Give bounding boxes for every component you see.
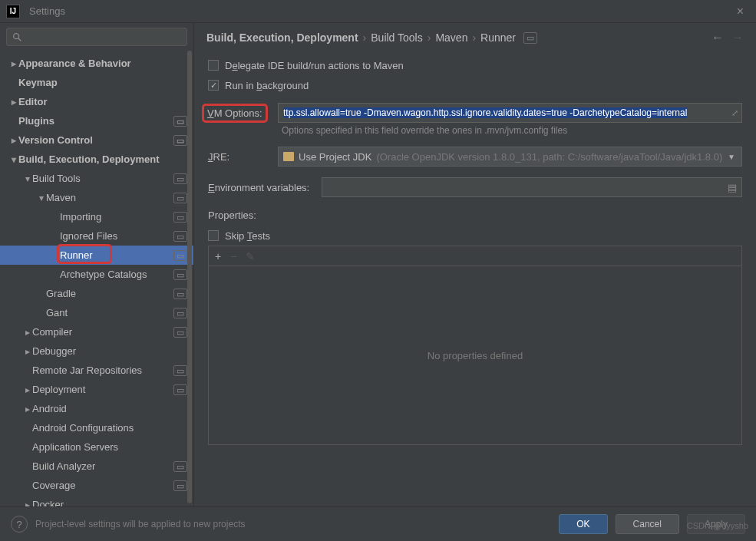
tree-label: Application Servers — [32, 441, 187, 453]
tree-item-importing[interactable]: Importing▭ — [0, 207, 193, 226]
tree-item-appearance-behavior[interactable]: Appearance & Behavior — [0, 54, 193, 73]
tree-item-ignored-files[interactable]: Ignored Files▭ — [0, 226, 193, 246]
crumb[interactable]: Build Tools — [371, 31, 422, 44]
tree-label: Appearance & Behavior — [18, 58, 187, 69]
svg-point-0 — [14, 34, 19, 39]
skip-tests-label: Skip Tests — [225, 230, 270, 242]
tree-item-debugger[interactable]: Debugger — [0, 341, 193, 361]
watermark: CSDN @dyyshb — [687, 521, 748, 530]
search-input[interactable] — [6, 28, 187, 46]
project-badge-icon: ▭ — [173, 327, 187, 338]
tree-item-android[interactable]: Android — [0, 399, 193, 418]
properties-label: Properties: — [208, 209, 742, 221]
tree-label: Runner — [60, 249, 173, 261]
tree-label: Android — [32, 403, 187, 414]
crumb[interactable]: Build, Execution, Deployment — [206, 31, 358, 44]
project-badge-icon: ▭ — [523, 32, 537, 44]
tree-item-deployment[interactable]: Deployment▭ — [0, 380, 193, 399]
chevron-right-icon: › — [363, 31, 367, 44]
tree-label: Maven — [46, 192, 173, 203]
scrollbar-thumb[interactable] — [187, 51, 192, 503]
tree-label: Build, Execution, Deployment — [18, 153, 187, 165]
ok-button[interactable]: OK — [559, 514, 607, 534]
remove-button: − — [230, 250, 236, 262]
tree-arrow-icon[interactable] — [23, 346, 32, 357]
nav-back-icon[interactable]: ← — [711, 31, 724, 45]
tree-item-android-configurations[interactable]: Android Configurations — [0, 418, 193, 437]
delegate-checkbox[interactable] — [208, 60, 219, 71]
tree-label: Compiler — [32, 326, 173, 338]
project-badge-icon: ▭ — [173, 269, 187, 280]
tree-item-docker[interactable]: Docker — [0, 495, 193, 506]
project-badge-icon: ▭ — [173, 173, 187, 184]
tree-label: Gradle — [46, 288, 173, 299]
vm-hint: Options specified in this field override… — [282, 125, 742, 136]
project-badge-icon: ▭ — [173, 231, 187, 242]
tree-arrow-icon[interactable] — [23, 404, 32, 414]
crumb[interactable]: Maven — [435, 31, 467, 44]
tree-item-archetype-catalogs[interactable]: Archetype Catalogs▭ — [0, 265, 193, 284]
expand-icon[interactable]: ⤢ — [731, 108, 738, 118]
tree-item-build-analyzer[interactable]: Build Analyzer▭ — [0, 457, 193, 476]
tree-item-version-control[interactable]: Version Control▭ — [0, 130, 193, 150]
tree-label: Keymap — [18, 77, 187, 88]
chevron-down-icon: ▼ — [728, 153, 735, 161]
tree-item-gant[interactable]: Gant▭ — [0, 303, 193, 322]
tree-arrow-icon[interactable] — [9, 154, 18, 165]
tree-item-keymap[interactable]: Keymap — [0, 73, 193, 92]
tree-item-build-tools[interactable]: Build Tools▭ — [0, 169, 193, 188]
env-label: Environment variables: — [208, 182, 315, 193]
vm-options-input[interactable]: ttp.ssl.allowall=true -Dmaven.wagon.http… — [278, 103, 742, 123]
add-button[interactable]: + — [215, 250, 221, 262]
tree-label: Build Tools — [32, 173, 173, 184]
tree-item-gradle[interactable]: Gradle▭ — [0, 284, 193, 303]
tree-label: Debugger — [32, 345, 187, 357]
breadcrumb: Build, Execution, Deployment › Build Too… — [206, 31, 711, 44]
tree-item-runner[interactable]: Runner▭ — [0, 246, 193, 265]
tree-item-coverage[interactable]: Coverage▭ — [0, 476, 193, 495]
footer: ? Project-level settings will be applied… — [0, 506, 756, 541]
tree-item-editor[interactable]: Editor — [0, 92, 193, 111]
properties-empty-text: No properties defined — [209, 266, 741, 444]
delegate-label: Delegate IDE build/run actions to Maven — [225, 60, 404, 71]
tree-label: Remote Jar Repositories — [32, 365, 173, 376]
app-icon: IJ — [6, 5, 20, 18]
tree-label: Ignored Files — [60, 230, 173, 242]
tree-item-application-servers[interactable]: Application Servers — [0, 437, 193, 457]
chevron-right-icon: › — [472, 31, 476, 44]
help-button[interactable]: ? — [11, 516, 28, 533]
tree-arrow-icon[interactable] — [23, 500, 32, 507]
tree-arrow-icon[interactable] — [23, 384, 32, 395]
tree-arrow-icon[interactable] — [23, 327, 32, 338]
crumb[interactable]: Runner — [480, 31, 516, 44]
tree-label: Build Analyzer — [32, 460, 173, 472]
tree-item-plugins[interactable]: Plugins▭ — [0, 111, 193, 130]
tree-label: Editor — [18, 96, 187, 107]
list-icon[interactable]: ▤ — [728, 182, 737, 193]
tree-item-compiler[interactable]: Compiler▭ — [0, 322, 193, 341]
tree-item-remote-jar-repositories[interactable]: Remote Jar Repositories▭ — [0, 361, 193, 380]
close-icon[interactable]: × — [731, 5, 750, 18]
tree-arrow-icon[interactable] — [9, 97, 18, 107]
tree-label: Deployment — [32, 384, 173, 395]
env-input[interactable]: ▤ — [322, 177, 742, 197]
svg-line-1 — [18, 38, 21, 41]
project-badge-icon: ▭ — [173, 135, 187, 146]
edit-button: ✎ — [246, 250, 255, 262]
jre-dropdown[interactable]: Use Project JDK (Oracle OpenJDK version … — [278, 147, 742, 167]
tree-arrow-icon[interactable] — [9, 58, 18, 69]
tree-arrow-icon[interactable] — [9, 135, 18, 146]
properties-table: + − ✎ No properties defined — [208, 246, 742, 445]
cancel-button[interactable]: Cancel — [616, 514, 679, 534]
tree-arrow-icon[interactable] — [37, 193, 46, 203]
background-checkbox[interactable] — [208, 80, 219, 91]
project-badge-icon: ▭ — [173, 212, 187, 223]
tree-label: Android Configurations — [32, 422, 187, 434]
tree-arrow-icon[interactable] — [23, 173, 32, 184]
tree-label: Archetype Catalogs — [60, 269, 173, 280]
tree-item-maven[interactable]: Maven▭ — [0, 188, 193, 207]
skip-tests-checkbox[interactable] — [208, 230, 219, 241]
tree-item-build-execution-deployment[interactable]: Build, Execution, Deployment — [0, 150, 193, 169]
project-badge-icon: ▭ — [173, 289, 187, 299]
tree-label: Coverage — [32, 480, 173, 491]
